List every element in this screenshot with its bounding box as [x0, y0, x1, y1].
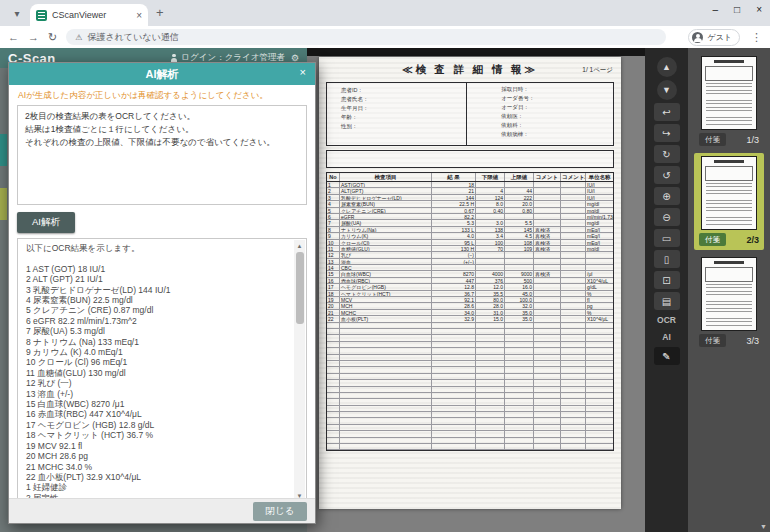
order-field-label: オーダ番号：: [467, 94, 613, 103]
ocr-result-box[interactable]: 以下にOCR結果を示します。1 AST (GOT) 18 IU/12 ALT (…: [17, 238, 307, 504]
table-cell: [561, 284, 586, 289]
dialog-close-icon[interactable]: ×: [300, 66, 306, 78]
scroll-up-button[interactable]: ▲: [657, 57, 677, 77]
table-cell: 3.4: [476, 233, 505, 238]
tab-close-icon[interactable]: ×: [136, 10, 142, 21]
table-cell: 35.0: [505, 310, 534, 315]
fit-width-button[interactable]: ▭: [654, 229, 680, 247]
browser-tab[interactable]: CScanViewer ×: [30, 4, 148, 26]
table-cell: [340, 387, 432, 392]
zoom-out-button[interactable]: ⊖: [654, 208, 680, 226]
table-cell: IU/l: [586, 182, 613, 187]
fusen-badge-button[interactable]: 付箋: [699, 133, 726, 146]
table-cell: [476, 182, 505, 187]
scroll-down-button[interactable]: ▼: [657, 80, 677, 100]
tab-search-icon[interactable]: ▾: [8, 4, 26, 22]
not-secure-warning-icon[interactable]: ⚠: [75, 33, 82, 42]
table-cell: 15.0: [476, 316, 505, 321]
table-cell: (−): [432, 252, 476, 257]
table-cell: mg/dl: [586, 246, 613, 251]
table-cell: [432, 367, 476, 372]
left-tab-strip-olive[interactable]: [0, 188, 7, 220]
scrollbar-up-icon[interactable]: ▲: [294, 241, 305, 251]
table-header-cell: 検査項目: [340, 173, 432, 181]
table-cell: 138: [476, 227, 505, 232]
table-cell: mg/dl: [586, 201, 613, 206]
signature-button[interactable]: ✎: [654, 347, 680, 365]
maximize-button[interactable]: □: [734, 4, 740, 15]
ocr-result-line: 22 血小板(PLT) 32.9 X10^4/μL: [26, 472, 288, 482]
rotate-left-button[interactable]: ↺: [654, 166, 680, 184]
minimize-button[interactable]: –: [713, 4, 719, 15]
ocr-button[interactable]: OCR: [654, 313, 680, 327]
table-cell: [505, 425, 534, 430]
next-page-button[interactable]: ↪: [654, 124, 680, 142]
forward-icon[interactable]: →: [28, 31, 39, 43]
table-cell: [476, 367, 505, 372]
window-close-button[interactable]: ×: [756, 4, 762, 15]
table-cell: 18: [432, 182, 476, 187]
browser-menu-icon[interactable]: ⋮: [751, 31, 762, 44]
page-thumbnail-1[interactable]: 付箋1/3: [697, 56, 761, 146]
left-tab-strip-teal[interactable]: [0, 134, 7, 166]
table-cell: [505, 444, 534, 449]
scanned-document-page[interactable]: ≪検 査 詳 細 情 報≫ 1/ 1ページ 患者ID：患者氏名：生年月日：年齢：…: [319, 57, 621, 509]
table-cell: IU/l: [586, 195, 613, 200]
dialog-close-button[interactable]: 閉じる: [253, 502, 307, 521]
fit-height-button[interactable]: ▯: [654, 250, 680, 268]
table-cell: 500: [505, 278, 534, 283]
table-cell: [561, 329, 586, 334]
ocr-scrollbar[interactable]: ▲ ▼: [294, 240, 305, 502]
patient-field-label: 生年月日：: [327, 104, 466, 113]
patient-field-label: 性別：: [327, 122, 466, 131]
ai-button[interactable]: AI: [654, 330, 680, 344]
table-cell: [534, 361, 561, 366]
table-cell: 尿酸(UA): [340, 220, 432, 225]
table-cell: カリウム(K): [340, 233, 432, 238]
table-cell: 222: [505, 195, 534, 200]
table-cell: 133 L: [432, 227, 476, 232]
table-cell: [340, 438, 432, 443]
page-thumbnail-3[interactable]: 付箋3/3: [697, 257, 761, 347]
zoom-in-button[interactable]: ⊕: [654, 187, 680, 205]
ocr-result-line: 12 乳び (一): [26, 378, 288, 388]
page-thumbnail-2[interactable]: 付箋2/3: [694, 153, 764, 250]
table-cell: [340, 367, 432, 372]
back-icon[interactable]: ←: [8, 31, 19, 43]
new-tab-button[interactable]: +: [156, 5, 164, 20]
scrollbar-thumb[interactable]: [296, 252, 304, 324]
page-info-button[interactable]: ▤: [654, 292, 680, 310]
table-cell: [586, 425, 613, 430]
ocr-result-line: 15 白血球(WBC) 8270 /μ1: [26, 399, 288, 409]
table-cell: [340, 323, 432, 328]
prompt-textarea[interactable]: 2枚目の検査結果の表をOCRしてください。結果は1検査値ごとに１行にしてください…: [17, 105, 307, 205]
fusen-badge-button[interactable]: 付箋: [699, 334, 726, 347]
ocr-result-line: 10 クロール (Cl) 96 mEq/1: [26, 357, 288, 367]
rotate-right-button[interactable]: ↻: [654, 145, 680, 163]
table-cell: [561, 380, 586, 385]
ai-analyze-button[interactable]: AI解析: [17, 212, 75, 233]
fit-page-button[interactable]: ⊡: [654, 271, 680, 289]
table-cell: [432, 393, 476, 398]
reload-icon[interactable]: ↻: [48, 31, 57, 44]
fusen-badge-button[interactable]: 付箋: [699, 233, 726, 246]
table-cell: %: [586, 310, 613, 315]
profile-button[interactable]: ゲスト: [688, 29, 740, 46]
table-cell: [561, 271, 586, 276]
table-cell: [505, 252, 534, 257]
prompt-line: それぞれの検査の上限値、下限値は不要なので省いてください。: [25, 136, 299, 149]
document-viewer[interactable]: ≪検 査 詳 細 情 報≫ 1/ 1ページ 患者ID：患者氏名：生年月日：年齢：…: [307, 48, 645, 532]
thumbnail-page-number: 3/3: [746, 336, 759, 346]
table-cell: 0.80: [505, 208, 534, 213]
table-cell: [340, 444, 432, 449]
sidebar-scroll-down-icon[interactable]: ▼: [760, 523, 767, 530]
address-bar[interactable]: ⚠ 保護されていない通信: [66, 29, 666, 45]
prompt-line: 2枚目の検査結果の表をOCRしてください。: [25, 110, 299, 123]
table-cell: [340, 361, 432, 366]
table-cell: 22: [327, 316, 340, 321]
table-cell: [561, 431, 586, 436]
table-cell: CBC: [340, 265, 432, 270]
table-cell: [561, 233, 586, 238]
table-cell: [340, 399, 432, 404]
prev-page-button[interactable]: ↩: [654, 103, 680, 121]
